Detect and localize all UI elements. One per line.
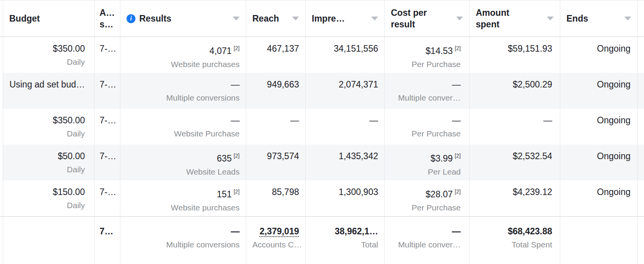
cost-per-result-value: $14.53: [426, 46, 453, 56]
attribution-value: 7-…: [100, 149, 118, 163]
column-label: Results: [139, 13, 171, 24]
column-label: Impre…: [312, 13, 345, 24]
ends-value: Ongoing: [566, 42, 630, 55]
amount-spent-cell: —: [470, 109, 560, 145]
results-value: —: [231, 115, 240, 125]
budget-value: $350.00: [9, 113, 85, 127]
cost-per-result-value: $3.99: [431, 153, 453, 163]
column-header-ends[interactable]: Ends: [560, 0, 638, 37]
reach-cell: 949,663: [246, 73, 306, 109]
ads-manager-table: Budget A… s… i Results Reach Impre… Cost…: [0, 0, 644, 264]
attribution-cell: 7-…: [95, 73, 120, 109]
cost-per-result-total-label: Multiple conver…: [391, 238, 461, 251]
reach-value: 973,574: [252, 149, 299, 163]
sort-caret-icon[interactable]: [624, 17, 631, 20]
next-column-sliver: [638, 145, 644, 180]
impressions-value: 1,300,903: [312, 185, 378, 199]
amount-spent-cell: $2,500.29: [470, 73, 560, 109]
column-header-impressions[interactable]: Impre…: [306, 0, 385, 37]
next-column-sliver: [638, 37, 644, 73]
gutter-cell: [0, 73, 3, 109]
results-total-value: —: [127, 224, 240, 238]
reach-value: 85,798: [252, 185, 299, 199]
column-label: Cost per result: [391, 7, 427, 30]
column-header-results[interactable]: i Results: [120, 0, 246, 37]
info-icon[interactable]: i: [127, 14, 135, 23]
amount-spent-value: $2,500.29: [476, 77, 552, 91]
sort-caret-icon[interactable]: [456, 17, 463, 20]
results-total-cell: — Multiple conversions: [120, 217, 246, 264]
results-cell: 4,071[2] Website purchases: [120, 37, 246, 73]
column-header-reach[interactable]: Reach: [246, 0, 306, 37]
cost-per-result-value: —: [452, 115, 461, 125]
budget-total-cell: [3, 217, 95, 264]
ends-value: Ongoing: [566, 113, 630, 127]
results-total-label: Multiple conversions: [127, 238, 240, 251]
table-footer-row: 7… — Multiple conversions 2,379,019 Acco…: [0, 216, 644, 264]
reach-total-value[interactable]: 2,379,019: [260, 226, 299, 236]
attribution-value: 7-…: [100, 77, 118, 91]
impressions-value: 34,151,556: [312, 42, 378, 55]
footnote-marker: [2]: [455, 45, 461, 51]
next-column-sliver: [638, 217, 644, 264]
impressions-cell: 2,074,371: [306, 73, 385, 109]
budget-cell: Using ad set bud…: [3, 73, 95, 109]
impressions-total-value: 38,962,1…: [312, 224, 378, 238]
sort-caret-icon[interactable]: [547, 17, 554, 20]
amount-spent-cell: $59,151.93: [470, 37, 560, 73]
column-header-amount-spent[interactable]: Amount spent: [470, 0, 560, 37]
column-header-attribution-setting[interactable]: A… s…: [95, 0, 120, 37]
budget-cell: $150.00 Daily: [3, 180, 95, 216]
sort-caret-icon[interactable]: [292, 17, 299, 20]
reach-cell: 85,798: [246, 180, 306, 216]
attribution-value: 7-…: [100, 185, 118, 199]
attribution-cell: 7-…: [95, 180, 120, 216]
column-label: Budget: [9, 13, 40, 24]
column-label: A… s…: [100, 7, 115, 30]
attribution-total-value: 7…: [100, 224, 118, 238]
budget-type-label: Daily: [9, 199, 85, 212]
budget-type-label: Daily: [9, 55, 85, 68]
impressions-cell: —: [306, 109, 385, 145]
cost-per-result-type-label: Multiple conver…: [391, 91, 461, 104]
gutter-cell: [0, 37, 3, 73]
footnote-marker: [2]: [233, 153, 240, 159]
budget-cell: $50.00 Daily: [3, 145, 95, 180]
amount-spent-value: $2,532.54: [476, 149, 552, 163]
cost-per-result-total-cell: — Multiple conver…: [385, 217, 470, 264]
budget-value: $350.00: [9, 42, 85, 55]
impressions-value: —: [312, 113, 378, 127]
results-cell: 635[2] Website Leads: [120, 145, 246, 180]
attribution-value: 7-…: [100, 42, 118, 55]
gutter-cell: [0, 217, 3, 264]
reach-cell: 467,137: [246, 37, 306, 73]
sort-caret-icon[interactable]: [371, 17, 378, 20]
sort-caret-icon[interactable]: [233, 17, 240, 20]
ends-cell: Ongoing: [560, 109, 638, 145]
column-header-budget[interactable]: Budget: [3, 0, 95, 37]
table-row: $350.00 Daily 7-… 4,071[2] Website purch…: [0, 37, 644, 73]
ends-cell: Ongoing: [560, 145, 638, 180]
ends-cell: Ongoing: [560, 180, 638, 216]
impressions-total-label: Total: [312, 238, 378, 251]
gutter-cell: [0, 145, 3, 180]
attribution-cell: 7-…: [95, 145, 120, 180]
amount-spent-total-value: $68,423.88: [476, 224, 552, 238]
cost-per-result-cell: $28.07[2] Per Purchase: [385, 180, 470, 216]
attribution-cell: 7-…: [95, 109, 120, 145]
cost-per-result-cell: $3.99[2] Per Lead: [385, 145, 470, 180]
impressions-value: 2,074,371: [312, 77, 378, 91]
results-type-label: Website Purchase: [127, 127, 240, 140]
column-label: Ends: [566, 13, 588, 24]
results-cell: 151[2] Website purchases: [120, 180, 246, 216]
amount-spent-value: $59,151.93: [476, 42, 552, 55]
results-type-label: Multiple conversions: [127, 91, 240, 104]
gutter-cell: [0, 180, 3, 216]
cost-per-result-value: $28.07: [426, 189, 453, 199]
table-header-row: Budget A… s… i Results Reach Impre… Cost…: [0, 0, 644, 37]
results-cell: — Multiple conversions: [120, 73, 246, 109]
column-header-cost-per-result[interactable]: Cost per result: [385, 0, 470, 37]
results-type-label: Website purchases: [127, 201, 240, 214]
results-type-label: Website purchases: [127, 58, 240, 71]
cost-per-result-cell: — Multiple conver…: [385, 73, 470, 109]
